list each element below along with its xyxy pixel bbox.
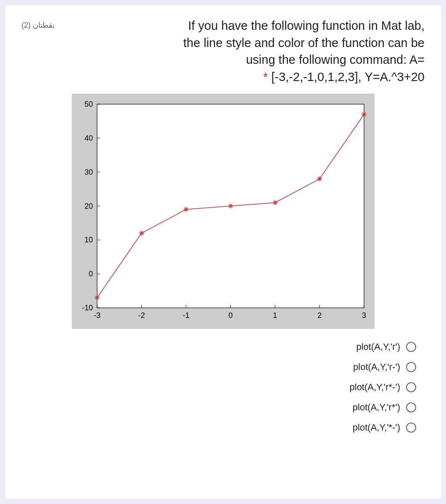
option-label: plot(A,Y,'*-') (353, 422, 400, 433)
option-1[interactable]: plot(A,Y,'r') (356, 341, 416, 352)
option-label: plot(A,Y,'r*-') (350, 382, 400, 393)
svg-text:20: 20 (84, 202, 92, 210)
radio-icon[interactable] (406, 342, 416, 352)
svg-text:10: 10 (84, 236, 92, 244)
question-line-2: the line style and color of the function… (183, 36, 425, 50)
chart-image: -3-2-10123-1001020304050 (72, 94, 375, 329)
option-5[interactable]: plot(A,Y,'*-') (353, 422, 416, 433)
radio-icon[interactable] (406, 402, 416, 412)
question-line-1: If you have the following function in Ma… (188, 19, 425, 32)
svg-text:0: 0 (228, 311, 232, 320)
svg-text:1: 1 (273, 311, 277, 320)
points-badge: نقطتان (2) (21, 17, 55, 30)
question-line-3: using the following command: A= (246, 53, 425, 66)
matlab-plot: -3-2-10123-1001020304050 (72, 94, 375, 329)
svg-text:-3: -3 (93, 311, 100, 320)
radio-icon[interactable] (406, 382, 416, 392)
svg-text:40: 40 (84, 134, 92, 142)
svg-text:2: 2 (317, 311, 322, 320)
svg-text:-10: -10 (82, 304, 92, 312)
options-list: plot(A,Y,'r') plot(A,Y,'r-') plot(A,Y,'r… (21, 341, 425, 433)
svg-text:-2: -2 (138, 311, 145, 320)
question-line-4: [-3,-2,-1,0,1,2,3], Y=A.^3+20 (271, 70, 425, 84)
option-label: plot(A,Y,'r') (356, 341, 400, 352)
radio-icon[interactable] (406, 362, 416, 372)
option-label: plot(A,Y,'r*') (353, 402, 400, 413)
question-text: If you have the following function in Ma… (63, 17, 425, 85)
svg-text:50: 50 (84, 100, 92, 108)
radio-icon[interactable] (406, 423, 416, 433)
question-card: نقطتان (2) If you have the following fun… (4, 4, 442, 500)
svg-text:0: 0 (88, 270, 92, 278)
option-2[interactable]: plot(A,Y,'r-') (353, 362, 416, 373)
required-star-icon: * (263, 70, 268, 84)
svg-text:30: 30 (84, 168, 92, 176)
question-header: نقطتان (2) If you have the following fun… (21, 17, 425, 85)
svg-text:3: 3 (362, 311, 366, 320)
svg-text:-1: -1 (182, 311, 189, 320)
option-3[interactable]: plot(A,Y,'r*-') (350, 382, 416, 393)
option-label: plot(A,Y,'r-') (353, 362, 400, 373)
option-4[interactable]: plot(A,Y,'r*') (353, 402, 416, 413)
